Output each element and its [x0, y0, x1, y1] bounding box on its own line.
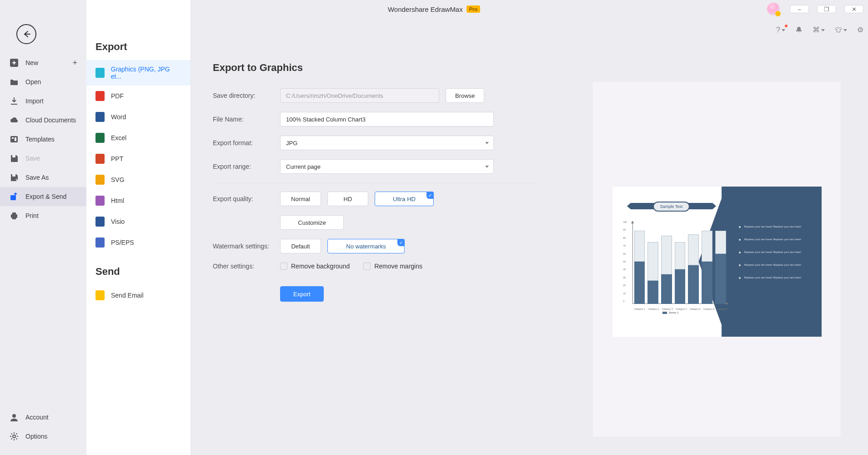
checkbox-icon [280, 263, 287, 270]
format-item-ppt[interactable]: PPT [86, 148, 191, 169]
file-type-icon [95, 217, 105, 227]
watermark-none-toggle[interactable]: No watermarks [327, 239, 405, 253]
sidebar-item-new[interactable]: New+ [0, 53, 86, 72]
format-item-label: Word [111, 113, 126, 121]
file-name-label: File Name: [213, 116, 280, 123]
preview-chart: Category 1Category 2Category 3Category 4… [626, 223, 726, 314]
remove-margins-checkbox[interactable]: Remove margins [363, 263, 422, 270]
svg-rect-6 [10, 195, 16, 200]
sidebar-item-import[interactable]: Import [0, 91, 86, 111]
svg-rect-5 [12, 174, 15, 177]
format-item-label: Visio [111, 218, 125, 225]
saveas-icon [9, 172, 19, 182]
file-type-icon [95, 290, 105, 300]
file-type-icon [95, 175, 105, 185]
svg-rect-8 [12, 212, 16, 215]
file-type-icon [95, 154, 105, 164]
sidebar-item-label: Export & Send [25, 193, 66, 200]
sidebar-item-label: Save [25, 155, 40, 162]
sidebar-item-label: New [25, 59, 38, 66]
cloud-icon [9, 115, 19, 125]
export-range-select[interactable]: Current page [280, 159, 494, 174]
browse-button[interactable]: Browse [446, 88, 484, 103]
folder-icon [9, 77, 19, 87]
format-item-pseps[interactable]: PS/EPS [86, 232, 191, 253]
format-item-email[interactable]: Send Email [86, 285, 191, 306]
sidebar-item-label: Open [25, 78, 41, 86]
export-heading: Export [86, 41, 191, 60]
file-type-icon [95, 68, 105, 78]
export-format-select[interactable]: JPG [280, 136, 494, 150]
export-range-label: Export range: [213, 163, 280, 170]
preview-panel: Replace your text here! Replace your tex… [593, 82, 841, 437]
sidebar-item-label: Save As [25, 174, 49, 181]
remove-background-checkbox[interactable]: Remove background [280, 263, 350, 270]
format-item-label: Excel [111, 134, 126, 142]
preview-bullets: Replace your text here! Replace your tex… [739, 225, 816, 279]
format-item-word[interactable]: Word [86, 106, 191, 127]
plus-icon[interactable]: + [72, 58, 77, 68]
format-item-label: Graphics (PNG, JPG et... [111, 66, 181, 80]
export-format-label: Export format: [213, 139, 280, 147]
format-item-excel[interactable]: Excel [86, 127, 191, 148]
format-item-label: PPT [111, 155, 123, 162]
sidebar-item-label: Templates [25, 136, 55, 143]
file-name-input[interactable] [280, 112, 494, 126]
preview-image: Replace your text here! Replace your tex… [612, 187, 822, 337]
format-item-label: Html [111, 197, 124, 204]
format-item-html[interactable]: Html [86, 190, 191, 211]
format-item-graphics[interactable]: Graphics (PNG, JPG et... [86, 60, 191, 86]
export-button[interactable]: Export [280, 286, 324, 302]
sidebar-item-save: Save [0, 149, 86, 168]
sidebar-item-label: Import [25, 97, 44, 105]
quality-ultrahd-toggle[interactable]: Ultra HD [375, 192, 434, 206]
sidebar-item-options[interactable]: Options [0, 427, 86, 446]
back-button[interactable] [16, 24, 36, 44]
quality-hd-toggle[interactable]: HD [327, 192, 368, 206]
sidebar-item-saveas[interactable]: Save As [0, 168, 86, 187]
save-directory-field: C:/Users/rimzh/OneDrive/Documents [280, 88, 439, 103]
templates-icon [9, 134, 19, 144]
sidebar-item-open[interactable]: Open [0, 72, 86, 91]
sidebar-item-cloud[interactable]: Cloud Documents [0, 111, 86, 130]
svg-rect-4 [12, 155, 15, 157]
format-item-label: Send Email [111, 292, 144, 299]
gear-icon [9, 431, 19, 441]
quality-normal-toggle[interactable]: Normal [280, 192, 321, 206]
arrow-left-icon [22, 30, 31, 39]
user-icon [9, 412, 19, 422]
sidebar-item-tmpl[interactable]: Templates [0, 130, 86, 149]
format-item-visio[interactable]: Visio [86, 211, 191, 232]
page-title: Export to Graphics [213, 62, 540, 74]
export-form: Export to Graphics Save directory: C:/Us… [213, 62, 540, 311]
save-directory-label: Save directory: [213, 92, 280, 99]
format-item-svg[interactable]: SVG [86, 169, 191, 190]
quality-customize-toggle[interactable]: Customize [280, 215, 344, 230]
file-type-icon [95, 238, 105, 248]
watermark-default-toggle[interactable]: Default [280, 239, 321, 253]
svg-rect-1 [10, 136, 18, 142]
main-content: Export to Graphics Save directory: C:/Us… [191, 0, 868, 455]
sidebar-item-print[interactable]: Print [0, 206, 86, 225]
svg-rect-2 [12, 137, 14, 139]
sidebar-item-label: Options [25, 433, 47, 440]
export-format-panel: Export Graphics (PNG, JPG et...PDFWordEx… [86, 0, 191, 455]
sidebar-item-exportsend[interactable]: Export & Send [0, 187, 86, 206]
file-menu-sidebar: New+OpenImportCloud DocumentsTemplatesSa… [0, 0, 86, 455]
format-item-pdf[interactable]: PDF [86, 86, 191, 106]
save-icon [9, 153, 19, 163]
svg-point-11 [13, 435, 15, 438]
plus-square-icon [9, 58, 19, 68]
format-item-label: PDF [111, 92, 124, 100]
format-item-label: SVG [111, 176, 125, 183]
sidebar-item-account[interactable]: Account [0, 408, 86, 427]
print-icon [9, 211, 19, 221]
svg-rect-9 [12, 217, 16, 219]
svg-point-10 [12, 414, 16, 418]
export-quality-label: Export quality: [213, 195, 280, 202]
file-type-icon [95, 91, 105, 101]
preview-ribbon: Sample Text [631, 198, 712, 215]
download-icon [9, 96, 19, 106]
checkbox-icon [363, 263, 371, 270]
other-settings-label: Other settings: [213, 263, 280, 270]
